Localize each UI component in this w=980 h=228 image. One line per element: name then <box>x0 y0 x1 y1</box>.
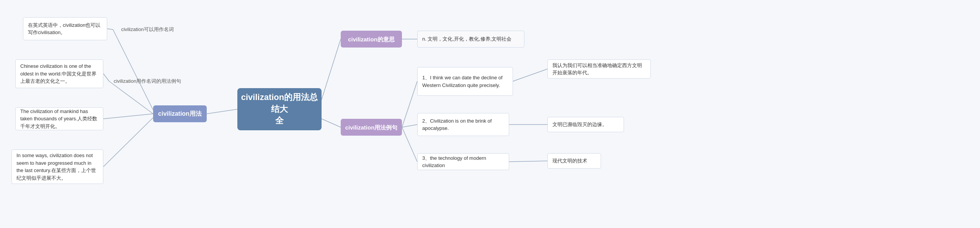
mid-left-label: civilization用法 <box>158 110 202 118</box>
central-label: civilization的用法总结大全 <box>237 92 322 127</box>
svg-line-8 <box>103 118 153 167</box>
svg-line-10 <box>402 81 417 127</box>
translation-3: 现代文明的技术 <box>547 153 601 169</box>
left-leaf-1: 在英式英语中，civilization也可以写作civilisation。 <box>23 17 107 40</box>
example-3: 3、the technology of modern civilization <box>417 153 509 170</box>
svg-line-6 <box>103 74 109 81</box>
translation-2: 文明已濒临毁灭的边缘。 <box>547 117 624 132</box>
svg-line-3 <box>113 30 153 110</box>
left-leaf-4: In some ways, civilization does not seem… <box>11 149 103 184</box>
svg-line-13 <box>513 69 547 81</box>
mid-right-top-label: civilization的意思 <box>348 35 395 43</box>
svg-line-1 <box>322 39 341 100</box>
left-leaf-2: Chinese civilization is one of the oldes… <box>15 59 103 88</box>
right-meaning-leaf: n. 文明，文化,开化，教化,修养,文明社会 <box>417 31 524 48</box>
svg-line-0 <box>207 109 237 114</box>
connector-label-1: civilization可以用作名词 <box>113 25 182 34</box>
svg-line-12 <box>402 127 417 162</box>
mind-map: civilization的用法总结大全 civilization用法 civil… <box>0 0 980 228</box>
svg-line-4 <box>107 29 113 30</box>
connector-label-2: civilization用作名词的用法例句 <box>109 77 186 86</box>
mid-right-bottom-label: civilization用法例句 <box>345 123 398 131</box>
svg-line-15 <box>509 161 547 162</box>
example-1: 1、I think we can date the decline of Wes… <box>417 67 513 96</box>
mid-right-bottom-node: civilization用法例句 <box>341 119 402 136</box>
example-2: 2、Civilization is on the brink of apocal… <box>417 113 509 136</box>
svg-line-7 <box>103 114 153 119</box>
mid-right-top-node: civilization的意思 <box>341 31 402 48</box>
mid-left-node: civilization用法 <box>153 105 207 122</box>
svg-line-2 <box>322 119 341 127</box>
left-leaf-3: The civilization of mankind has taken th… <box>15 107 103 130</box>
svg-line-11 <box>402 125 417 127</box>
central-node: civilization的用法总结大全 <box>237 88 322 130</box>
svg-line-5 <box>109 81 153 114</box>
translation-1: 我认为我们可以相当准确地确定西方文明开始衰落的年代。 <box>547 59 651 79</box>
